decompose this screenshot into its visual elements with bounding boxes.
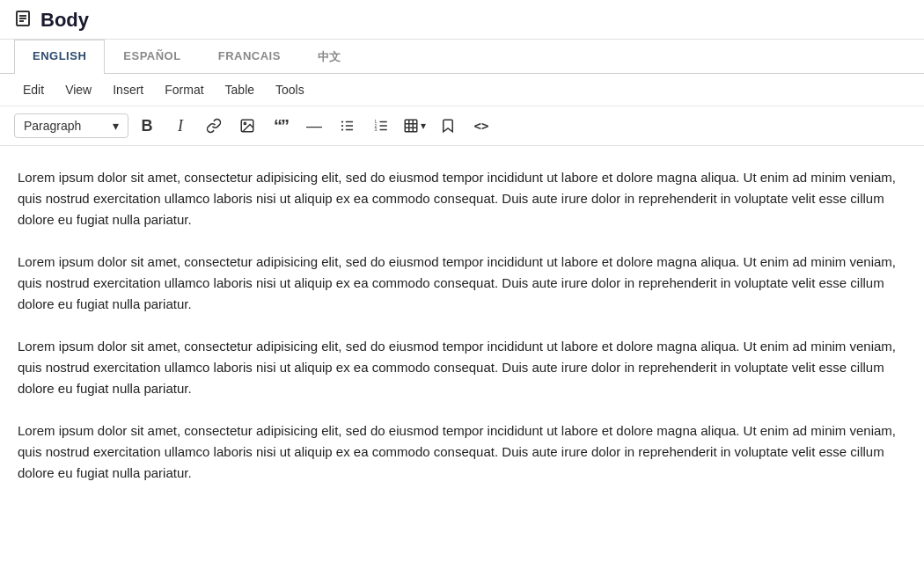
svg-point-10 <box>341 125 343 127</box>
paragraph-2: Lorem ipsum dolor sit amet, consectetur … <box>18 252 906 315</box>
tab-francais[interactable]: FRANCAIS <box>200 40 299 74</box>
format-bar: Paragraph ▾ B I “” <box>0 106 924 145</box>
italic-button[interactable]: I <box>165 112 195 140</box>
menu-format[interactable]: Format <box>156 79 212 100</box>
menu-view[interactable]: View <box>56 79 100 100</box>
blockquote-button[interactable]: “” <box>266 112 296 140</box>
hr-button[interactable]: — <box>299 112 329 140</box>
code-button[interactable]: <> <box>466 112 496 140</box>
chevron-down-icon: ▾ <box>113 119 119 133</box>
menu-edit[interactable]: Edit <box>14 79 53 100</box>
page-header: Body <box>0 0 924 40</box>
table-dropdown-chevron: ▾ <box>421 120 426 132</box>
toolbar-area: Edit View Insert Format Table Tools Para… <box>0 74 924 146</box>
paragraph-3: Lorem ipsum dolor sit amet, consectetur … <box>18 336 906 399</box>
svg-text:3.: 3. <box>375 128 378 132</box>
svg-point-9 <box>341 120 343 122</box>
unordered-list-button[interactable] <box>333 112 363 140</box>
paragraph-1: Lorem ipsum dolor sit amet, consectetur … <box>18 167 906 230</box>
language-tabs: ENGLISH ESPAÑOL FRANCAIS 中文 <box>0 40 924 74</box>
paragraph-select-value: Paragraph <box>24 119 81 133</box>
menu-bar: Edit View Insert Format Table Tools <box>0 74 924 106</box>
bold-button[interactable]: B <box>132 112 162 140</box>
paragraph-4: Lorem ipsum dolor sit amet, consectetur … <box>18 420 906 484</box>
tab-chinese[interactable]: 中文 <box>299 40 360 74</box>
page-title: Body <box>40 9 89 32</box>
tab-espanol[interactable]: ESPAÑOL <box>105 40 199 74</box>
document-icon <box>14 10 32 32</box>
menu-table[interactable]: Table <box>216 79 263 100</box>
ordered-list-button[interactable]: 1. 2. 3. <box>366 112 396 140</box>
svg-rect-18 <box>405 120 417 132</box>
editor-content[interactable]: Lorem ipsum dolor sit amet, consectetur … <box>0 146 924 526</box>
image-button[interactable] <box>232 112 262 140</box>
paragraph-select[interactable]: Paragraph ▾ <box>14 113 128 138</box>
svg-point-5 <box>244 122 246 124</box>
svg-point-11 <box>341 128 343 130</box>
tab-english[interactable]: ENGLISH <box>14 40 105 74</box>
link-button[interactable] <box>199 112 229 140</box>
table-button[interactable]: ▾ <box>400 112 429 140</box>
bookmark-button[interactable] <box>433 112 463 140</box>
menu-tools[interactable]: Tools <box>267 79 313 100</box>
menu-insert[interactable]: Insert <box>104 79 152 100</box>
